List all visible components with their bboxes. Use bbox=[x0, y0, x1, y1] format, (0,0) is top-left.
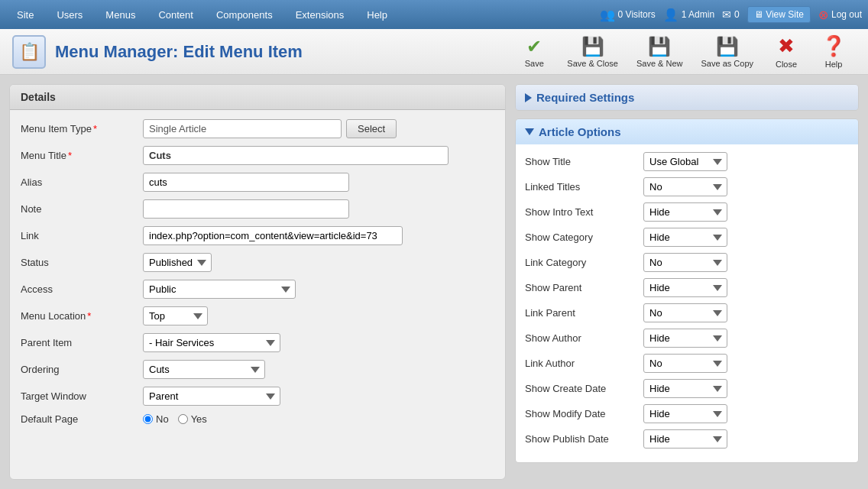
link-row: Link bbox=[21, 226, 494, 245]
menu-title-control bbox=[143, 146, 494, 165]
close-button[interactable]: ✖ Close bbox=[764, 30, 808, 73]
nav-users[interactable]: Users bbox=[46, 5, 93, 25]
save-copy-button[interactable]: 💾 Save as Copy bbox=[694, 31, 761, 73]
nav-site[interactable]: Site bbox=[6, 5, 44, 25]
article-option-row: Show TitleUse GlobalShowHide bbox=[525, 152, 849, 171]
menu-location-row: Menu Location* Top Bottom bbox=[21, 306, 494, 325]
top-navigation: Site Users Menus Content Components Exte… bbox=[0, 0, 868, 29]
save-new-label: Save & New bbox=[636, 59, 683, 68]
details-panel-body: Menu Item Type* Select Menu Title* Alias bbox=[10, 110, 505, 442]
parent-item-select[interactable]: - Hair Services - Top bbox=[143, 333, 280, 352]
article-option-select[interactable]: Use GlobalYesNo bbox=[643, 253, 727, 272]
save-label: Save bbox=[525, 59, 544, 68]
article-option-label: Show Modify Date bbox=[525, 408, 643, 419]
article-options-header[interactable]: Article Options bbox=[516, 119, 858, 144]
article-options-title: Article Options bbox=[539, 125, 621, 138]
nav-components[interactable]: Components bbox=[206, 5, 283, 25]
note-row: Note bbox=[21, 199, 494, 219]
ordering-select[interactable]: Cuts bbox=[143, 360, 265, 379]
article-option-select[interactable]: Use GlobalShowHide bbox=[643, 202, 727, 222]
select-button[interactable]: Select bbox=[346, 119, 397, 138]
article-option-select[interactable]: Use GlobalShowHide bbox=[643, 152, 727, 171]
ordering-row: Ordering Cuts bbox=[21, 360, 494, 379]
article-options-section: Article Options Show TitleUse GlobalShow… bbox=[515, 118, 859, 463]
save-copy-label: Save as Copy bbox=[701, 59, 753, 68]
article-option-label: Linked Titles bbox=[525, 181, 643, 193]
article-option-select[interactable]: Use GlobalShowHide bbox=[643, 228, 727, 247]
help-button[interactable]: ❓ Help bbox=[811, 30, 856, 73]
parent-item-row: Parent Item - Hair Services - Top bbox=[21, 333, 494, 352]
article-option-row: Show Intro TextUse GlobalShowHide bbox=[525, 202, 849, 222]
article-option-label: Show Parent bbox=[525, 282, 643, 293]
menu-title-label: Menu Title* bbox=[21, 150, 143, 161]
note-label: Note bbox=[21, 203, 143, 215]
toolbar: ✔ Save 💾 Save & Close 💾 Save & New 💾 Sav… bbox=[512, 30, 856, 73]
ordering-label: Ordering bbox=[21, 364, 143, 375]
article-option-label: Show Category bbox=[525, 232, 643, 243]
required-settings-title: Required Settings bbox=[536, 91, 634, 104]
access-control: Public Registered Special bbox=[143, 280, 494, 299]
menu-location-control: Top Bottom bbox=[143, 306, 494, 325]
default-yes-radio[interactable] bbox=[178, 414, 188, 424]
title-bar-left: 📋 Menu Manager: Edit Menu Item bbox=[12, 35, 512, 69]
link-control bbox=[143, 226, 494, 245]
menu-item-type-label: Menu Item Type* bbox=[21, 123, 143, 134]
article-option-select[interactable]: Use GlobalShowHide bbox=[643, 278, 727, 297]
article-option-select[interactable]: Use GlobalShowHide bbox=[643, 429, 727, 449]
link-label: Link bbox=[21, 230, 143, 241]
logout-button[interactable]: ⊗ Log out bbox=[818, 8, 862, 22]
default-yes-option[interactable]: Yes bbox=[178, 413, 207, 425]
view-site-button[interactable]: 🖥 View Site bbox=[747, 6, 811, 23]
page-icon: 📋 bbox=[12, 35, 46, 69]
help-label: Help bbox=[825, 60, 843, 69]
access-select[interactable]: Public Registered Special bbox=[143, 280, 296, 299]
nav-help[interactable]: Help bbox=[356, 5, 398, 25]
save-close-button[interactable]: 💾 Save & Close bbox=[559, 31, 626, 73]
save-new-button[interactable]: 💾 Save & New bbox=[629, 31, 691, 73]
menu-item-type-row: Menu Item Type* Select bbox=[21, 119, 494, 138]
right-panel: Required Settings Article Options Show T… bbox=[515, 84, 859, 480]
status-select[interactable]: Published Unpublished Trashed bbox=[143, 253, 212, 272]
article-option-select[interactable]: Use GlobalShowHide bbox=[643, 379, 727, 398]
menu-item-type-input[interactable] bbox=[143, 119, 342, 138]
save-button[interactable]: ✔ Save bbox=[512, 31, 556, 73]
nav-menus[interactable]: Menus bbox=[95, 5, 146, 25]
status-control: Published Unpublished Trashed bbox=[143, 253, 494, 272]
default-no-option[interactable]: No bbox=[143, 413, 169, 425]
article-option-select[interactable]: Use GlobalShowHide bbox=[643, 404, 727, 423]
main-content: Details Menu Item Type* Select Menu Titl… bbox=[0, 75, 868, 489]
ordering-control: Cuts bbox=[143, 360, 494, 379]
default-no-radio[interactable] bbox=[143, 414, 153, 424]
status-label: Status bbox=[21, 257, 143, 268]
required-settings-header[interactable]: Required Settings bbox=[516, 85, 858, 110]
note-control bbox=[143, 199, 494, 219]
article-option-select[interactable]: Use GlobalYesNo bbox=[643, 303, 727, 322]
access-row: Access Public Registered Special bbox=[21, 280, 494, 299]
article-option-label: Show Create Date bbox=[525, 383, 643, 394]
article-option-select[interactable]: Use GlobalYesNo bbox=[643, 354, 727, 373]
alias-row: Alias bbox=[21, 173, 494, 192]
article-option-select[interactable]: Use GlobalYesNo bbox=[643, 177, 727, 196]
article-options-expand-icon bbox=[525, 128, 534, 135]
article-option-label: Link Category bbox=[525, 257, 643, 268]
target-window-control: Parent New Window with Navigation New Wi… bbox=[143, 387, 494, 406]
access-label: Access bbox=[21, 283, 143, 295]
note-input[interactable] bbox=[143, 199, 349, 219]
nav-extensions[interactable]: Extensions bbox=[285, 5, 355, 25]
nav-content[interactable]: Content bbox=[147, 5, 204, 25]
alias-input[interactable] bbox=[143, 173, 349, 192]
article-option-label: Show Publish Date bbox=[525, 433, 643, 445]
article-option-select[interactable]: Use GlobalShowHide bbox=[643, 329, 727, 348]
parent-item-control: - Hair Services - Top bbox=[143, 333, 494, 352]
menu-location-select[interactable]: Top Bottom bbox=[143, 306, 208, 325]
link-input[interactable] bbox=[143, 226, 403, 245]
alias-control bbox=[143, 173, 494, 192]
required-settings-section: Required Settings bbox=[515, 84, 859, 111]
target-window-select[interactable]: Parent New Window with Navigation New Wi… bbox=[143, 387, 280, 406]
nav-menu: Site Users Menus Content Components Exte… bbox=[6, 5, 600, 25]
alias-label: Alias bbox=[21, 176, 143, 188]
status-row: Status Published Unpublished Trashed bbox=[21, 253, 494, 272]
default-page-control: No Yes bbox=[143, 413, 494, 425]
save-new-icon: 💾 bbox=[648, 36, 671, 57]
menu-title-input[interactable] bbox=[143, 146, 449, 165]
